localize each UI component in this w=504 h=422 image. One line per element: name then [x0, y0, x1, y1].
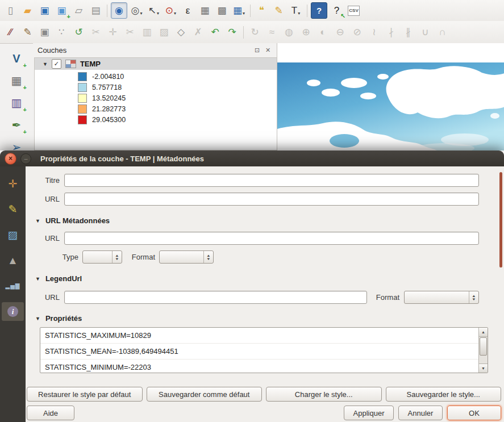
cut-features-button[interactable]: ✂ — [122, 24, 138, 40]
spinner-arrows-icon[interactable]: ▲ ▼ — [112, 251, 122, 263]
paste-features-button[interactable]: ▨ — [156, 24, 172, 40]
list-scrollbar[interactable]: ▲ ▼ — [478, 328, 488, 373]
select-features-button[interactable]: ↖ ▾ — [146, 3, 161, 18]
reshape-features-button[interactable]: ↺ — [71, 24, 86, 40]
split-parts-button[interactable]: ∦ — [401, 24, 416, 40]
panel-close-icon[interactable]: ✕ — [264, 46, 272, 55]
add-feature-button[interactable]: ∵ — [54, 24, 69, 40]
save-layer-edits-button[interactable]: ▣ — [37, 24, 52, 40]
whats-this-button[interactable]: ? ↖ — [329, 3, 344, 18]
window-close-icon[interactable]: × — [5, 153, 16, 165]
dialog-overlay-scrollbar-thumb[interactable] — [499, 172, 502, 268]
save-project-as-button[interactable]: ▣ + — [54, 3, 69, 18]
apply-button[interactable]: Appliquer — [344, 406, 394, 420]
open-project-button[interactable]: ▰ — [20, 3, 35, 18]
tab-transparency[interactable]: ▨ — [2, 225, 24, 244]
title-input[interactable] — [64, 174, 479, 187]
identify-features-button[interactable]: ◉ — [111, 2, 127, 19]
spinner-down-icon[interactable]: ▼ — [206, 257, 211, 261]
node-tool-button[interactable]: ◇ — [173, 24, 189, 40]
add-raster-layer-button[interactable]: ▦ + — [7, 72, 26, 89]
dialog-titlebar[interactable]: × – Propriétés de la couche - TEMP | Mét… — [0, 151, 504, 167]
merge-attributes-button[interactable]: ∩ — [435, 24, 450, 40]
delete-ring-button[interactable]: ⊖ — [332, 24, 348, 40]
tab-histogram[interactable]: ▂▅▇ — [2, 277, 24, 295]
statistical-summary-button[interactable]: ε — [180, 3, 195, 18]
property-row[interactable]: STATISTICS_MINIMUM=-22203 — [40, 360, 479, 373]
url-input[interactable] — [64, 193, 479, 206]
spinner-arrows-icon[interactable]: ▲ ▼ — [203, 251, 213, 263]
attribute-table-button[interactable]: ▦ — [197, 3, 213, 18]
property-row[interactable]: STATISTICS_MEAN=-10389,649494451 — [40, 344, 479, 360]
zoom-tool-button[interactable]: ◎ ▾ — [129, 3, 144, 18]
properties-section-header[interactable]: ▼ Propriétés — [35, 314, 82, 323]
scroll-down-icon[interactable]: ▼ — [479, 363, 488, 373]
offset-curve-button[interactable]: ≀ — [366, 24, 382, 40]
toggle-editing-button[interactable]: ✎ — [20, 24, 35, 40]
move-feature-button[interactable]: ✛ — [105, 24, 120, 40]
section-collapse-icon[interactable]: ▼ — [35, 316, 40, 321]
layer-tree-row-temp[interactable]: ▼ ✓ TEMP — [35, 58, 277, 70]
add-delimited-text-button[interactable]: CSV — [346, 3, 361, 18]
panel-float-icon[interactable]: ⊡ — [253, 46, 261, 55]
new-project-button[interactable]: ▯ — [3, 3, 18, 18]
redo-button[interactable]: ↷ — [224, 24, 240, 40]
fill-ring-button[interactable]: ◐ — [315, 24, 331, 40]
tab-metadata[interactable]: i — [2, 302, 24, 321]
add-ring-button[interactable]: ◍ — [281, 24, 297, 40]
property-row[interactable]: STATISTICS_MAXIMUM=10829 — [40, 328, 479, 344]
tab-general[interactable]: ✛ — [2, 174, 24, 193]
tab-style[interactable]: ✎ — [2, 200, 24, 219]
new-print-composer-button[interactable]: ▱ — [71, 3, 86, 18]
delete-part-button[interactable]: ✂ — [88, 24, 103, 40]
undo-button[interactable]: ↶ — [207, 24, 223, 40]
section-collapse-icon[interactable]: ▼ — [35, 276, 40, 282]
composer-manager-button[interactable]: ▤ — [88, 3, 103, 18]
labeling-button[interactable]: ✎ — [271, 3, 286, 18]
ok-button[interactable]: OK — [447, 406, 501, 420]
grid-tools-button[interactable]: ▦ ▾ — [231, 3, 247, 18]
load-style-button[interactable]: Charger le style... — [266, 387, 382, 402]
add-spatialite-layer-button[interactable]: ✒ + — [7, 116, 26, 133]
format-combobox[interactable]: ▲ ▼ — [159, 250, 214, 264]
save-style-button[interactable]: Sauvegarder le style... — [386, 387, 502, 402]
legendurl-section-header[interactable]: ▼ LegendUrl — [35, 274, 82, 283]
section-collapse-icon[interactable]: ▼ — [35, 218, 40, 224]
merge-features-button[interactable]: ∪ — [418, 24, 433, 40]
scroll-up-icon[interactable]: ▲ — [479, 328, 488, 337]
raster-tools-button[interactable]: ▩ — [214, 3, 230, 18]
add-vector-layer-button[interactable]: V + — [7, 50, 26, 67]
measure-tool-button[interactable]: ⊙ ▾ — [163, 3, 178, 18]
legendurl-input[interactable] — [64, 291, 367, 304]
tree-expander-icon[interactable]: ▼ — [43, 61, 48, 67]
text-annotation-button[interactable]: T ▾ — [288, 3, 303, 18]
add-part-button[interactable]: ⊕ — [298, 24, 314, 40]
copy-features-button[interactable]: ▥ — [139, 24, 155, 40]
split-features-button[interactable]: ∤ — [384, 24, 399, 40]
metadata-url-section-header[interactable]: ▼ URL Métadonnées — [35, 216, 110, 225]
delete-selected-button[interactable]: ✗ — [190, 24, 206, 40]
scrollbar-thumb[interactable] — [480, 337, 487, 356]
tab-pyramids[interactable]: ▲ — [2, 251, 24, 270]
rotate-feature-button[interactable]: ↻ — [247, 24, 263, 40]
type-combobox[interactable]: ▲ ▼ — [82, 250, 122, 264]
map-tips-button[interactable]: ❝ — [254, 3, 269, 18]
spinner-arrows-icon[interactable]: ▲ ▼ — [469, 291, 478, 303]
metadata-url-input[interactable] — [64, 232, 479, 245]
help-button[interactable]: ? — [311, 2, 327, 19]
window-minimize-icon[interactable]: – — [20, 153, 31, 164]
save-as-default-style-button[interactable]: Sauvegarder comme défaut — [147, 387, 263, 402]
layer-visibility-checkbox[interactable]: ✓ — [52, 59, 61, 69]
delete-part-alt-button[interactable]: ⊘ — [349, 24, 365, 40]
restore-default-style-button[interactable]: Restaurer le style par défaut — [27, 387, 143, 402]
current-edits-button[interactable]: ∕∕ — [3, 24, 18, 40]
spinner-down-icon[interactable]: ▼ — [472, 298, 476, 301]
save-project-button[interactable]: ▣ — [37, 3, 52, 18]
simplify-feature-button[interactable]: ≈ — [264, 24, 280, 40]
help-button[interactable]: Aide — [27, 406, 74, 420]
map-canvas[interactable] — [277, 43, 504, 151]
cancel-button[interactable]: Annuler — [398, 406, 443, 420]
add-postgis-layer-button[interactable]: ▥ + — [7, 94, 26, 111]
legend-format-combobox[interactable]: ▲ ▼ — [404, 291, 479, 304]
spinner-down-icon[interactable]: ▼ — [115, 257, 119, 261]
